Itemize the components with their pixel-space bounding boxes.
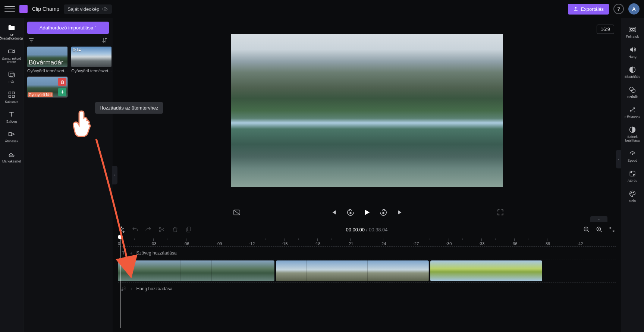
prop-crop[interactable]: Átérés [621,168,644,184]
svg-point-25 [631,192,632,193]
prop-color[interactable]: Szín [621,188,644,205]
svg-text:5: 5 [382,211,384,215]
current-time: 00:00.00 [346,227,365,233]
ruler-tick: :18 [315,238,320,246]
rewind-button[interactable]: 5 [346,208,355,217]
export-label: Exportálás [581,6,604,12]
rail-library[interactable]: r-tár [0,68,23,86]
prop-effects[interactable]: Effektusok [621,104,644,121]
property-rail: › CC Feliratok Hang Elsötétítés Szűrők E… [621,18,644,332]
rail-your-media[interactable]: Az Önadathordozója [0,22,23,43]
total-time: 00:38.04 [369,227,388,233]
cursor-hand-annotation [73,108,99,137]
svg-rect-7 [9,133,12,136]
text-track-label: Szöveg hozzáadása [136,250,177,256]
prop-speed[interactable]: Speed [621,148,644,164]
delete-button[interactable] [172,226,179,233]
sort-icon[interactable] [101,37,108,44]
folder-icon [7,24,16,32]
rail-text[interactable]: Szöveg [0,108,23,126]
text-track[interactable]: + Szöveg hozzáadása [118,247,616,259]
project-name[interactable]: Saját videokép [64,4,112,14]
ruler-tick: :30 [446,238,452,246]
brand-icon [7,150,16,158]
text-icon [7,110,16,118]
user-avatar[interactable]: A [628,3,640,15]
time-display: 00:00.00 / 00:38.04 [346,227,387,233]
add-to-timeline-button[interactable]: + [58,88,66,96]
prop-audio[interactable]: Hang [621,44,644,60]
delete-media-button[interactable] [58,78,66,86]
rail-transitions[interactable]: Átűnések [0,128,23,145]
add-to-timeline-tooltip: Hozzáadás az ütemtervhez [95,102,163,114]
skip-forward-button[interactable] [396,208,405,217]
upload-icon [573,6,578,12]
timeline-tracks: + Szöveg hozzáadása [113,247,621,332]
zoom-out-button[interactable] [583,226,590,233]
media-thumb: + Gyönyörű Nat [27,77,67,97]
svg-rect-13 [187,227,191,231]
prop-filters[interactable]: Szűrők [621,84,644,101]
video-clip-1[interactable] [118,260,274,281]
prop-captions[interactable]: CC Feliratok [621,24,644,40]
safe-zone-toggle[interactable] [232,208,242,217]
fit-timeline-button[interactable] [608,226,616,233]
thumb-title: Búvármadár [29,59,63,66]
forward-button[interactable]: 5 [378,208,388,217]
plus-icon: + [130,286,133,292]
library-icon [7,70,16,79]
skip-back-button[interactable] [329,208,338,217]
media-item-3-hovered[interactable]: + Gyönyörű Nat [27,77,67,97]
main-area: Az Önadathordozója &amp; rekord create r… [0,18,644,332]
fade-icon [628,66,637,74]
duplicate-button[interactable] [185,226,192,233]
ruler-tick: :03 [151,238,156,246]
preview-area: 16:9 [113,18,621,203]
fullscreen-button[interactable] [496,208,505,217]
media-thumb: Búvármadár [27,47,67,67]
help-button[interactable]: ? [613,4,624,14]
rail-record[interactable]: &amp; rekord create [0,45,23,66]
speed-icon [628,149,637,158]
video-track[interactable] [118,260,616,282]
ruler-tick: :24 [380,238,386,246]
split-button[interactable] [158,226,166,233]
palette-icon [628,190,637,198]
aspect-ratio-button[interactable]: 16:9 [597,25,614,34]
trash-icon [60,80,65,85]
video-clip-2[interactable] [276,260,429,281]
contrast-icon [628,126,637,134]
center-area: ‹ 16:9 5 5 [113,18,621,332]
top-bar: Clip Champ Saját videokép Exportálás ? A [0,0,644,18]
media-item-2[interactable]: 0:14 Gyönyörű természet... [71,47,111,73]
timeline-toolbar: 00:00.00 / 00:38.04 [113,222,621,237]
menu-button[interactable] [4,4,15,14]
video-clip-3[interactable] [430,260,542,281]
timeline-ruler[interactable]: 0:03:06:09:12:15:18:21:24:27:30:33:36:39… [118,237,616,247]
thumb-duration: 0:14 [73,48,81,52]
prop-color-adjust[interactable]: Színek beállítása [621,124,644,144]
rail-templates[interactable]: Sablonok [0,88,23,106]
collapse-property-panel[interactable]: › [616,150,621,168]
export-button[interactable]: Exportálás [568,4,609,15]
svg-rect-23 [630,171,635,176]
svg-point-24 [631,193,631,194]
ruler-tick: :12 [249,238,255,246]
templates-icon [7,91,16,99]
project-name-text: Saját videokép [67,6,99,12]
video-preview[interactable] [231,34,503,187]
prop-fade[interactable]: Elsötétítés [621,64,644,80]
ruler-tick: :09 [216,238,222,246]
rail-brandkit[interactable]: Márkakészlet [0,148,23,165]
play-button[interactable] [363,208,371,216]
left-rail: Az Önadathordozója &amp; rekord create r… [0,18,23,332]
redo-button[interactable] [145,226,152,233]
media-item-1[interactable]: Búvármadár Gyönyörű természet... [27,47,67,73]
audio-track[interactable]: + Hang hozzáadása [118,283,616,295]
audio-track-label: Hang hozzáadása [136,286,173,291]
svg-text:5: 5 [349,211,351,215]
zoom-in-button[interactable] [596,226,603,233]
filter-icon[interactable] [28,37,35,44]
speaker-icon [628,45,637,54]
import-media-button[interactable]: Adathordozó importálása [27,22,109,34]
